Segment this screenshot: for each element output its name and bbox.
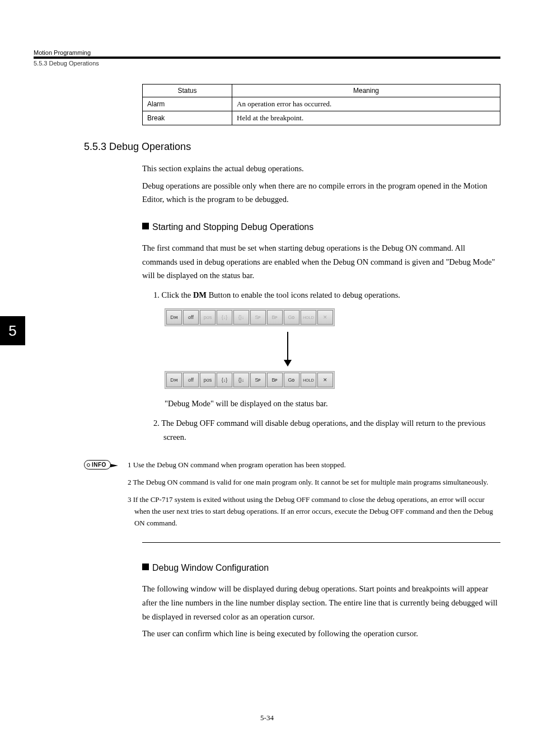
- section-heading: 5.5.3 Debug Operations: [84, 141, 500, 153]
- page-content: Status Meaning Alarm An operation error …: [34, 84, 500, 641]
- bp-button[interactable]: Bᴘ: [267, 373, 283, 387]
- step-item: 1. Click the DM Button to enable the too…: [153, 288, 500, 302]
- debug-mode-button[interactable]: Dᴍ: [166, 310, 182, 325]
- sp-button: Sᴘ: [250, 310, 266, 325]
- step-over-button[interactable]: {}↓: [233, 373, 249, 387]
- subheading-debug-window: Debug Window Configuration: [142, 563, 500, 573]
- info-body: 1 Use the Debug ON command when program …: [128, 459, 500, 534]
- arrow-down-icon: [287, 332, 288, 365]
- go-button: Gᴏ: [284, 310, 299, 325]
- body-paragraph: The first command that must be set when …: [142, 241, 500, 283]
- info-block: INFO 1 Use the Debug ON command when pro…: [84, 459, 500, 534]
- subsection-title: 5.5.3 Debug Operations: [34, 60, 500, 67]
- step-in-button[interactable]: {↓}: [217, 373, 232, 387]
- table-cell: Break: [143, 111, 232, 125]
- info-item: 2 The Debug ON command is valid for one …: [128, 477, 500, 489]
- step-bold: DM: [193, 290, 207, 299]
- hold-button[interactable]: HOLD: [301, 373, 316, 387]
- step-text: 1. Click the: [153, 290, 193, 299]
- page-number: 5-34: [0, 713, 534, 722]
- square-bullet-icon: [142, 564, 149, 570]
- hold-button: HOLD: [301, 310, 316, 325]
- body-paragraph: The user can confirm which line is being…: [142, 627, 500, 641]
- debug-mode-button[interactable]: Dᴍ: [166, 373, 182, 387]
- table-header-status: Status: [143, 84, 232, 97]
- debug-off-button[interactable]: off: [183, 310, 199, 325]
- subheading-label: Starting and Stopping Debug Operations: [152, 222, 313, 232]
- pos-button: pos: [200, 310, 216, 325]
- table-header-meaning: Meaning: [232, 84, 500, 97]
- step-note: "Debug Mode" will be displayed on the st…: [165, 397, 500, 411]
- body-paragraph: This section explains the actual debug o…: [142, 162, 500, 176]
- subheading-label: Debug Window Configuration: [152, 563, 269, 572]
- table-cell: An operation error has occurred.: [232, 97, 500, 111]
- close-button[interactable]: ✕: [317, 373, 333, 387]
- body-paragraph: The following window will be displayed d…: [142, 582, 500, 623]
- pos-button[interactable]: pos: [200, 373, 216, 387]
- subheading-starting-stopping: Starting and Stopping Debug Operations: [142, 222, 500, 232]
- toolbar-disabled: Dᴍ off pos {↓} {}↓ Sᴘ Bᴘ Gᴏ HOLD ✕: [165, 308, 335, 326]
- square-bullet-icon: [142, 223, 149, 229]
- table-cell: Alarm: [143, 97, 232, 111]
- go-button[interactable]: Gᴏ: [284, 373, 299, 387]
- step-text: Button to enable the tool icons related …: [207, 290, 400, 299]
- chapter-tab: 5: [0, 316, 25, 345]
- info-item: 1 Use the Debug ON command when program …: [128, 459, 500, 471]
- chapter-title: Motion Programming: [34, 49, 500, 56]
- debug-off-button[interactable]: off: [183, 373, 199, 387]
- body-paragraph: Debug operations are possible only when …: [142, 179, 500, 206]
- close-button: ✕: [317, 310, 333, 325]
- bp-button: Bᴘ: [267, 310, 283, 325]
- table-cell: Held at the breakpoint.: [232, 111, 500, 125]
- header-rule: [34, 57, 500, 59]
- step-item: 2. The Debug OFF command will disable de…: [153, 416, 500, 444]
- toolbar-enabled: Dᴍ off pos {↓} {}↓ Sᴘ Bᴘ Gᴏ HOLD ✕: [165, 371, 335, 389]
- info-item: 3 If the CP-717 system is exited without…: [128, 494, 500, 529]
- toolbar-illustration: Dᴍ off pos {↓} {}↓ Sᴘ Bᴘ Gᴏ HOLD ✕ Dᴍ of…: [165, 308, 411, 389]
- info-badge-icon: INFO: [84, 460, 111, 469]
- status-table: Status Meaning Alarm An operation error …: [142, 84, 500, 125]
- page-header: Motion Programming 5.5.3 Debug Operation…: [34, 49, 500, 67]
- table-row: Alarm An operation error has occurred.: [143, 97, 500, 111]
- step-over-button: {}↓: [233, 310, 249, 325]
- divider: [142, 542, 500, 543]
- table-row: Break Held at the breakpoint.: [143, 111, 500, 125]
- sp-button[interactable]: Sᴘ: [250, 373, 266, 387]
- step-in-button: {↓}: [217, 310, 232, 325]
